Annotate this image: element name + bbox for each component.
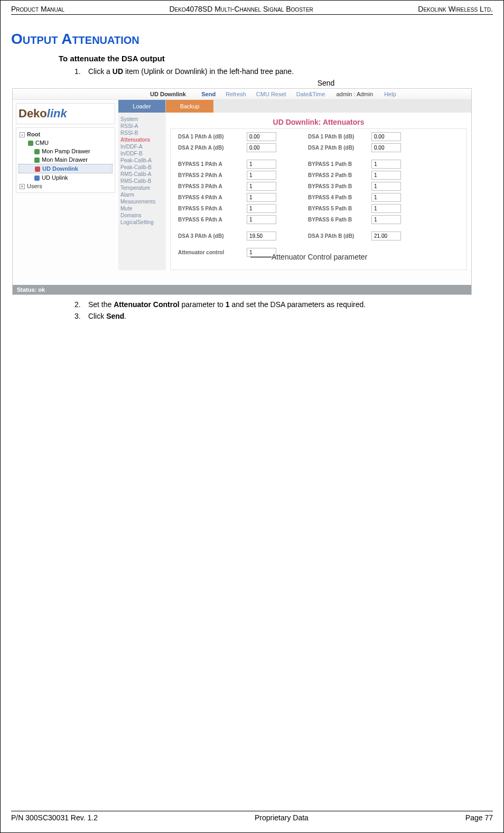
- page-footer: P/N 300SC30031 Rev. 1.2 Proprietary Data…: [11, 811, 493, 822]
- dsa1a-input[interactable]: [247, 132, 276, 141]
- nav-mute[interactable]: Mute: [120, 205, 164, 212]
- dsa3a-input[interactable]: [247, 232, 276, 240]
- b2a-label: BYPASS 2 PAth A: [178, 172, 247, 178]
- app-screenshot: UD Downlink Send Refresh CMU Reset Date&…: [12, 88, 472, 295]
- dsa2b-label: DSA 2 PAth B (dB): [308, 145, 371, 151]
- dsa2a-label: DSA 2 PAth A (dB): [178, 145, 247, 151]
- tree-cmu[interactable]: CMU: [18, 138, 113, 147]
- b6a-input[interactable]: [247, 215, 276, 224]
- nav-inddf-a[interactable]: In/DDF-A: [120, 143, 164, 150]
- nav-measurements[interactable]: Measurements: [120, 198, 164, 205]
- dsa3a-label: DSA 3 PAth A (dB): [178, 233, 247, 239]
- nav-attenuators[interactable]: Attenuators: [120, 136, 164, 143]
- nav-logical[interactable]: LogicalSetting: [120, 219, 164, 226]
- b5a-label: BYPASS 5 PAth A: [178, 206, 247, 211]
- topbar-refresh[interactable]: Refresh: [226, 91, 246, 97]
- dsa2b-input[interactable]: [371, 143, 401, 152]
- step-3: 3. Click Send.: [74, 312, 493, 320]
- nav-domains[interactable]: Domains: [120, 212, 164, 219]
- nav-rms-b[interactable]: RMS-Calib-B: [120, 178, 164, 184]
- b5b-input[interactable]: [371, 204, 401, 213]
- dsa2a-input[interactable]: [247, 143, 276, 152]
- dsa3b-label: DSA 3 PAth B (dB): [308, 233, 371, 239]
- page-header: Product Manual Deko4078SD Multi-Channel …: [11, 5, 493, 15]
- tree-mon-main[interactable]: Mon Main Drawer: [18, 155, 113, 164]
- app-topbar: UD Downlink Send Refresh CMU Reset Date&…: [13, 89, 471, 100]
- header-center: Deko4078SD Multi-Channel Signal Booster: [169, 5, 313, 13]
- b3a-label: BYPASS 3 PAth A: [178, 183, 247, 189]
- b3a-input[interactable]: [247, 182, 276, 191]
- dsa3b-input[interactable]: [371, 232, 401, 240]
- panel-title: UD Downlink: Attenuators: [166, 113, 471, 128]
- tree-ud-uplink[interactable]: UD Uplink: [18, 173, 113, 182]
- nav-rssi-a[interactable]: RSSI-A: [120, 123, 164, 129]
- tree-users[interactable]: +Users: [18, 182, 113, 190]
- dsa1b-input[interactable]: [371, 132, 401, 141]
- b1a-input[interactable]: [247, 160, 276, 169]
- topbar-send[interactable]: Send: [201, 91, 216, 97]
- b1b-input[interactable]: [371, 160, 401, 169]
- nav-peak-b[interactable]: Peak-Calib-B: [120, 164, 164, 171]
- nav-alarm[interactable]: Alarm: [120, 191, 164, 198]
- tree-pane: -Root CMU Mon Pamp Drawer Mon Main Drawe…: [16, 127, 115, 193]
- attn-callout: Attenuator Control parameter: [272, 253, 367, 261]
- tab-loader[interactable]: Loader: [118, 100, 166, 113]
- dsa1b-label: DSA 1 PAth B (dB): [308, 134, 371, 140]
- b1a-label: BYPASS 1 PAth A: [178, 161, 247, 167]
- param-area: DSA 1 PAth A (dB)DSA 1 PAth B (dB) DSA 2…: [170, 128, 467, 270]
- b6b-label: BYPASS 6 Path B: [308, 217, 371, 223]
- step-2: 2. Set the Attenuator Control parameter …: [74, 300, 493, 309]
- footer-center: Proprietary Data: [255, 813, 309, 822]
- topbar-datetime[interactable]: Date&Time: [296, 91, 325, 97]
- b1b-label: BYPASS 1 Path B: [308, 161, 371, 167]
- tree-root[interactable]: -Root: [18, 130, 113, 138]
- footer-left: P/N 300SC30031 Rev. 1.2: [11, 813, 98, 822]
- b2a-input[interactable]: [247, 171, 276, 180]
- b2b-label: BYPASS 2 Path B: [308, 172, 371, 178]
- section-title: Output Attenuation: [11, 31, 493, 48]
- nav-peak-a[interactable]: Peak-Calib-A: [120, 157, 164, 164]
- nav-inddf-b[interactable]: In/DDF-B: [120, 150, 164, 157]
- attn-callout-line: [250, 257, 272, 257]
- topbar-context: UD Downlink: [150, 91, 186, 97]
- nav-rssi-b[interactable]: RSSI-B: [120, 129, 164, 136]
- tree-mon-pamp[interactable]: Mon Pamp Drawer: [18, 147, 113, 155]
- tree-ud-downlink[interactable]: UD Downlink: [18, 164, 113, 173]
- nav-rms-a[interactable]: RMS-Calib-A: [120, 171, 164, 178]
- b4b-input[interactable]: [371, 193, 401, 202]
- b3b-label: BYPASS 3 Path B: [308, 183, 371, 189]
- header-left: Product Manual: [11, 5, 64, 13]
- header-right: Dekolink Wireless Ltd.: [418, 5, 493, 13]
- b3b-input[interactable]: [371, 182, 401, 191]
- b4a-input[interactable]: [247, 193, 276, 202]
- tab-backup[interactable]: Backup: [166, 100, 213, 113]
- topbar-help[interactable]: Help: [384, 91, 396, 97]
- b4b-label: BYPASS 4 Path B: [308, 195, 371, 200]
- b2b-input[interactable]: [371, 171, 401, 180]
- b6b-input[interactable]: [371, 215, 401, 224]
- b6a-label: BYPASS 6 PAth A: [178, 217, 247, 223]
- b4a-label: BYPASS 4 PAth A: [178, 195, 247, 200]
- topbar-cmu-reset[interactable]: CMU Reset: [256, 91, 286, 97]
- step-1: 1. Click a UD item (Uplink or Downlink) …: [74, 67, 493, 76]
- dsa1a-label: DSA 1 PAth A (dB): [178, 134, 247, 140]
- nav-system[interactable]: System: [120, 116, 164, 123]
- attn-label: Attenuator control: [178, 249, 247, 255]
- subtitle: To attenuate the DSA output: [59, 54, 493, 63]
- b5a-input[interactable]: [247, 204, 276, 213]
- logo: Dekolink: [16, 103, 115, 124]
- send-callout: Send: [159, 79, 493, 87]
- topbar-admin: admin : Admin: [336, 91, 373, 97]
- side-nav: System RSSI-A RSSI-B Attenuators In/DDF-…: [118, 113, 166, 229]
- nav-temperature[interactable]: Temperature: [120, 184, 164, 191]
- b5b-label: BYPASS 5 Path B: [308, 206, 371, 211]
- status-bar: Status: ok: [13, 285, 471, 294]
- footer-right: Page 77: [465, 813, 493, 822]
